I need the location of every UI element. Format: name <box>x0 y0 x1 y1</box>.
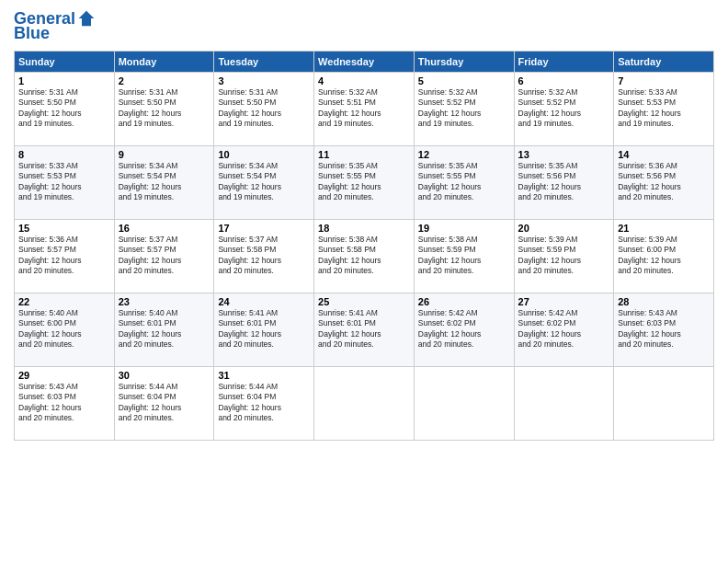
sunset-label: Sunset: 5:50 PM <box>119 98 176 107</box>
weekday-header-sunday: Sunday <box>15 52 115 73</box>
weekday-header-thursday: Thursday <box>414 52 514 73</box>
day-number: 1 <box>18 75 110 86</box>
sunset-label: Sunset: 6:04 PM <box>119 392 176 401</box>
calendar-cell: 19Sunrise: 5:38 AMSunset: 5:59 PMDayligh… <box>414 220 514 293</box>
sunrise-label: Sunrise: 5:41 AM <box>218 308 278 317</box>
day-number: 22 <box>18 296 110 307</box>
calendar-cell <box>414 367 514 441</box>
sunrise-label: Sunrise: 5:41 AM <box>318 308 378 317</box>
day-info: Sunrise: 5:40 AMSunset: 6:01 PMDaylight:… <box>119 308 210 350</box>
sunrise-label: Sunrise: 5:39 AM <box>518 235 578 244</box>
daylight-label: Daylight: 12 hours <box>518 182 582 191</box>
sunrise-label: Sunrise: 5:40 AM <box>18 308 78 317</box>
calendar-cell: 13Sunrise: 5:35 AMSunset: 5:56 PMDayligh… <box>514 146 614 220</box>
sunset-label: Sunset: 6:04 PM <box>218 392 276 401</box>
weekday-header-saturday: Saturday <box>614 52 714 73</box>
sunset-label: Sunset: 6:02 PM <box>518 318 576 327</box>
daylight-minutes: and 20 minutes. <box>119 413 174 422</box>
sunrise-label: Sunrise: 5:33 AM <box>18 161 78 170</box>
daylight-minutes: and 20 minutes. <box>418 266 473 275</box>
day-number: 21 <box>618 223 710 234</box>
sunset-label: Sunset: 6:01 PM <box>318 318 376 327</box>
sunrise-label: Sunrise: 5:34 AM <box>119 161 178 170</box>
sunset-label: Sunset: 6:02 PM <box>418 318 476 327</box>
daylight-minutes: and 20 minutes. <box>318 192 373 201</box>
sunrise-label: Sunrise: 5:31 AM <box>218 87 278 97</box>
day-number: 6 <box>518 75 610 86</box>
day-info: Sunrise: 5:35 AMSunset: 5:55 PMDaylight:… <box>318 161 410 203</box>
day-number: 2 <box>119 75 210 86</box>
weekday-header-tuesday: Tuesday <box>214 52 314 73</box>
calendar-cell: 3Sunrise: 5:31 AMSunset: 5:50 PMDaylight… <box>214 73 314 146</box>
day-info: Sunrise: 5:38 AMSunset: 5:59 PMDaylight:… <box>418 235 510 277</box>
sunrise-label: Sunrise: 5:32 AM <box>518 87 578 97</box>
day-number: 30 <box>119 370 210 381</box>
day-number: 24 <box>218 296 310 307</box>
daylight-minutes: and 20 minutes. <box>218 339 273 349</box>
header: General Blue <box>14 9 714 43</box>
calendar-cell: 26Sunrise: 5:42 AMSunset: 6:02 PMDayligh… <box>414 293 514 367</box>
sunset-label: Sunset: 5:53 PM <box>618 98 676 107</box>
calendar-cell: 18Sunrise: 5:38 AMSunset: 5:58 PMDayligh… <box>314 220 415 293</box>
daylight-minutes: and 19 minutes. <box>18 119 74 128</box>
day-info: Sunrise: 5:39 AMSunset: 5:59 PMDaylight:… <box>518 235 610 277</box>
daylight-label: Daylight: 12 hours <box>119 182 182 191</box>
sunrise-label: Sunrise: 5:32 AM <box>418 87 478 97</box>
calendar-cell: 14Sunrise: 5:36 AMSunset: 5:56 PMDayligh… <box>614 146 714 220</box>
day-info: Sunrise: 5:36 AMSunset: 5:56 PMDaylight:… <box>618 161 710 203</box>
sunset-label: Sunset: 5:58 PM <box>318 245 376 254</box>
calendar-cell: 5Sunrise: 5:32 AMSunset: 5:52 PMDaylight… <box>414 73 514 146</box>
calendar-cell: 7Sunrise: 5:33 AMSunset: 5:53 PMDaylight… <box>614 73 714 146</box>
day-info: Sunrise: 5:41 AMSunset: 6:01 PMDaylight:… <box>318 308 410 350</box>
daylight-label: Daylight: 12 hours <box>318 256 381 265</box>
calendar-cell: 20Sunrise: 5:39 AMSunset: 5:59 PMDayligh… <box>514 220 614 293</box>
daylight-label: Daylight: 12 hours <box>418 182 482 191</box>
logo: General Blue <box>14 9 96 43</box>
weekday-header-wednesday: Wednesday <box>314 52 415 73</box>
sunset-label: Sunset: 5:56 PM <box>618 171 676 180</box>
day-number: 31 <box>218 370 310 381</box>
daylight-label: Daylight: 12 hours <box>119 403 182 412</box>
day-number: 12 <box>418 149 510 160</box>
sunrise-label: Sunrise: 5:42 AM <box>518 308 578 317</box>
calendar-cell: 27Sunrise: 5:42 AMSunset: 6:02 PMDayligh… <box>514 293 614 367</box>
daylight-label: Daylight: 12 hours <box>18 182 82 191</box>
sunrise-label: Sunrise: 5:36 AM <box>618 161 677 170</box>
calendar-cell: 29Sunrise: 5:43 AMSunset: 6:03 PMDayligh… <box>15 367 115 441</box>
calendar-cell: 16Sunrise: 5:37 AMSunset: 5:57 PMDayligh… <box>114 220 214 293</box>
daylight-label: Daylight: 12 hours <box>518 329 582 339</box>
day-number: 8 <box>18 149 110 160</box>
daylight-minutes: and 20 minutes. <box>518 192 574 201</box>
sunset-label: Sunset: 5:52 PM <box>518 98 576 107</box>
calendar-cell: 23Sunrise: 5:40 AMSunset: 6:01 PMDayligh… <box>114 293 214 367</box>
daylight-label: Daylight: 12 hours <box>119 329 182 339</box>
day-info: Sunrise: 5:44 AMSunset: 6:04 PMDaylight:… <box>218 382 310 424</box>
day-info: Sunrise: 5:42 AMSunset: 6:02 PMDaylight:… <box>518 308 610 350</box>
day-info: Sunrise: 5:32 AMSunset: 5:52 PMDaylight:… <box>518 87 610 130</box>
sunset-label: Sunset: 6:03 PM <box>618 318 676 327</box>
day-number: 26 <box>418 296 510 307</box>
sunset-label: Sunset: 5:59 PM <box>518 245 576 254</box>
daylight-minutes: and 19 minutes. <box>518 119 574 128</box>
day-number: 19 <box>418 223 510 234</box>
day-info: Sunrise: 5:37 AMSunset: 5:57 PMDaylight:… <box>119 235 210 277</box>
calendar-cell: 9Sunrise: 5:34 AMSunset: 5:54 PMDaylight… <box>114 146 214 220</box>
sunset-label: Sunset: 6:03 PM <box>18 392 76 401</box>
sunrise-label: Sunrise: 5:34 AM <box>218 161 278 170</box>
day-info: Sunrise: 5:36 AMSunset: 5:57 PMDaylight:… <box>18 235 110 277</box>
sunrise-label: Sunrise: 5:44 AM <box>218 382 278 391</box>
calendar-cell: 24Sunrise: 5:41 AMSunset: 6:01 PMDayligh… <box>214 293 314 367</box>
calendar-cell: 22Sunrise: 5:40 AMSunset: 6:00 PMDayligh… <box>15 293 115 367</box>
calendar-cell: 11Sunrise: 5:35 AMSunset: 5:55 PMDayligh… <box>314 146 415 220</box>
daylight-label: Daylight: 12 hours <box>18 109 82 118</box>
daylight-minutes: and 20 minutes. <box>318 339 373 349</box>
daylight-label: Daylight: 12 hours <box>119 109 182 118</box>
day-info: Sunrise: 5:43 AMSunset: 6:03 PMDaylight:… <box>18 382 110 424</box>
daylight-label: Daylight: 12 hours <box>218 182 281 191</box>
daylight-minutes: and 19 minutes. <box>618 119 673 128</box>
daylight-minutes: and 20 minutes. <box>18 413 74 422</box>
daylight-minutes: and 20 minutes. <box>18 266 74 275</box>
calendar-week-4: 22Sunrise: 5:40 AMSunset: 6:00 PMDayligh… <box>15 293 714 367</box>
daylight-minutes: and 20 minutes. <box>119 339 174 349</box>
sunset-label: Sunset: 5:57 PM <box>18 245 76 254</box>
